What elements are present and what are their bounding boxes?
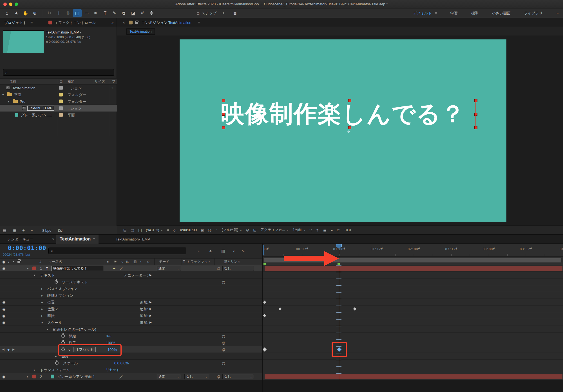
timeline-panel-menu-icon[interactable]: ≡ — [93, 237, 95, 241]
twirl-open-icon[interactable]: ▾ — [8, 100, 10, 103]
layer-name-editbox[interactable]: 映像制作楽しんでる？ — [52, 266, 103, 271]
eye-icon[interactable]: ◉ — [2, 300, 5, 304]
column-track-matte[interactable]: トラックマット — [187, 260, 211, 263]
project-row-heimen[interactable]: ▾ 平面 フォルダー — [0, 91, 117, 98]
graph-row[interactable] — [263, 326, 563, 333]
add-property-button[interactable]: ▶ — [149, 314, 152, 317]
new-folder-icon[interactable]: ▦ — [13, 228, 16, 232]
eye-icon[interactable]: ◉ — [2, 375, 5, 378]
transparency-grid-icon[interactable]: ⊡ — [253, 228, 257, 232]
add-keyframe-icon[interactable]: ◆ — [7, 348, 10, 351]
close-window-button[interactable] — [3, 3, 7, 6]
timeline-button-icon[interactable]: ≣ — [323, 228, 327, 232]
grid-guides-icon[interactable]: ⌗ — [167, 228, 169, 232]
project-comp-name[interactable]: TextAnimation-TEMP ▾ — [46, 30, 81, 34]
pickwhip-icon[interactable]: @ — [222, 341, 225, 344]
twirl-open-icon[interactable]: ▾ — [34, 273, 35, 277]
selection-handle[interactable] — [222, 126, 225, 129]
puppet-pin-tool-icon[interactable]: ✜ — [147, 9, 156, 17]
project-panel-menu-icon[interactable]: ≡ — [30, 21, 33, 24]
snap-region-icon[interactable]: ⊞ — [231, 10, 239, 17]
hand-tool-icon[interactable]: ✋ — [21, 9, 30, 17]
graph-row[interactable] — [263, 353, 563, 360]
project-row-pre[interactable]: ▾ Pre フォルダー — [0, 98, 117, 105]
twirl-closed-icon[interactable]: ▸ — [41, 314, 43, 317]
current-time-display[interactable]: 0:00:01:00 — [8, 245, 46, 251]
workspace-small-screen[interactable]: 小さい画面 — [492, 11, 511, 16]
new-composition-icon[interactable]: ✦ — [22, 228, 25, 232]
composition-frame[interactable]: 映像制作楽しんでる？ ⌖ — [180, 39, 506, 222]
close-icon[interactable]: × — [123, 21, 125, 24]
graph-row[interactable] — [263, 299, 563, 306]
label-chip[interactable] — [59, 86, 63, 90]
parent-select[interactable]: なし ⌄ — [222, 266, 254, 271]
prop-value[interactable]: 100% — [108, 348, 117, 351]
layer-label-chip[interactable] — [32, 266, 36, 270]
twirl-closed-icon[interactable]: ▸ — [41, 294, 43, 297]
time-ruler[interactable]: :00f 00:12f 01:00f 01:12f 02:00f 02:12f … — [263, 244, 563, 257]
column-name[interactable]: 名前 — [10, 80, 16, 83]
workspace-learn[interactable]: 学習 — [450, 11, 458, 16]
twirl-open-icon[interactable]: ▾ — [2, 93, 4, 96]
stopwatch-icon[interactable] — [61, 334, 65, 338]
selection-tool-icon[interactable]: ➤ — [12, 9, 20, 17]
tab-render-queue[interactable]: レンダーキュー — [7, 237, 33, 241]
rectangle-tool-icon[interactable]: ▭ — [82, 9, 91, 17]
show-snapshot-icon[interactable]: ◎ — [208, 228, 211, 232]
column-f[interactable]: フ — [112, 80, 115, 83]
mask-visibility-icon[interactable]: ◇ — [173, 228, 176, 232]
animator-row-scale[interactable]: ◉ ▾ スケール 追加: ▶ — [0, 319, 262, 326]
pan-behind-tool-icon[interactable]: ▢ — [73, 9, 82, 17]
orbit-camera-tool-icon[interactable]: ↻ — [45, 9, 54, 17]
prop-value[interactable]: 0.0,0.0% — [114, 361, 129, 365]
graph-row[interactable] — [263, 285, 563, 292]
graph-row[interactable] — [263, 366, 563, 373]
twirl-closed-icon[interactable]: ▸ — [27, 375, 29, 378]
layer-row-1[interactable]: ◉ ▾ 1 T 映像制作楽しんでる？ ✦ ／ 通常 ⌄ @ なし ⌄ — [0, 265, 262, 272]
project-tab-overflow-icon[interactable]: » — [111, 21, 114, 24]
pickwhip-icon[interactable]: @ — [222, 334, 225, 338]
column-type[interactable]: 種類 — [68, 80, 74, 83]
twirl-open-icon[interactable]: ▾ — [47, 328, 48, 331]
prev-keyframe-icon[interactable]: ◀ — [2, 348, 5, 351]
primary-viewer-icon[interactable]: ▤ — [131, 228, 134, 232]
composition-viewer[interactable]: 映像制作楽しんでる？ ⌖ — [117, 35, 563, 225]
interpret-footage-icon[interactable]: ▤ — [3, 228, 6, 232]
prop-row-scale-value[interactable]: スケール 0.0,0.0% @ — [0, 360, 262, 366]
graph-row[interactable] — [263, 339, 563, 346]
item-name-editbox[interactable]: TextAni...TEMP — [27, 106, 54, 111]
layer-duration-bar[interactable] — [265, 266, 562, 271]
viewer-tab[interactable]: TextAnimation — [126, 28, 155, 35]
stopwatch-icon[interactable] — [55, 280, 58, 284]
magnification-select[interactable]: (94.3 %) ⌄ — [146, 228, 163, 232]
stopwatch-icon[interactable] — [55, 361, 59, 365]
animator-row-position[interactable]: ◉ ▸ 位置 追加: ▶ — [0, 299, 262, 306]
workspace-standard[interactable]: 標準 — [471, 11, 479, 16]
fast-preview-icon[interactable]: ↯ — [316, 228, 319, 232]
graph-row[interactable] — [263, 319, 563, 326]
blend-mode-select[interactable]: 通常 ⌄ — [157, 374, 181, 379]
tab-effect-controls[interactable]: エフェクトコントロール — [55, 21, 96, 24]
selection-handle[interactable] — [222, 113, 225, 116]
track-matte-select[interactable]: なし ⌄ — [184, 374, 209, 379]
parent-pickwhip-icon[interactable]: @ — [217, 266, 220, 270]
project-flowchart-icon[interactable]: ⌁ — [31, 228, 33, 232]
eye-icon[interactable]: ◉ — [2, 307, 5, 311]
label-column-icon[interactable]: ❑ — [60, 80, 62, 83]
brush-tool-icon[interactable]: ✎ — [110, 9, 119, 17]
project-row-textanimation[interactable]: TextAnimation ...ション ⌁ — [0, 84, 117, 91]
prop-row-end[interactable]: 終了 100% @ — [0, 339, 262, 346]
twirl-closed-icon[interactable]: ▸ — [55, 355, 57, 358]
zoom-window-button[interactable] — [15, 3, 18, 6]
prop-row-range-selector[interactable]: ▾ 範囲セレクター(スケール) — [0, 326, 262, 333]
home-icon[interactable]: ⌂ — [3, 9, 11, 17]
snap-link-icon[interactable]: ⌖ — [219, 10, 228, 17]
twirl-closed-icon[interactable]: ▸ — [34, 368, 35, 371]
close-icon[interactable]: × — [52, 237, 54, 241]
always-preview-icon[interactable]: ⊟ — [123, 228, 127, 232]
composition-panel-menu-icon[interactable]: ≡ — [198, 21, 200, 24]
project-row-solid[interactable]: グレー系シアン...1 平面 — [0, 112, 117, 118]
label-chip[interactable] — [59, 113, 63, 117]
twirl-closed-icon[interactable]: ▸ — [41, 307, 43, 310]
graph-row[interactable] — [263, 360, 563, 366]
